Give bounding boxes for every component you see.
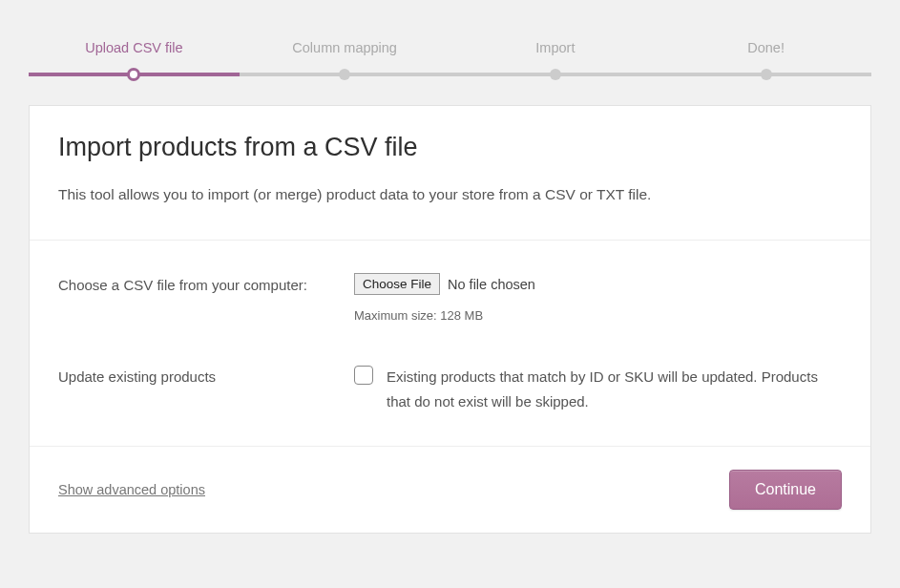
continue-button[interactable]: Continue [729,470,842,510]
update-label: Update existing products [58,365,354,413]
progress-dot-2 [339,69,350,80]
update-description: Existing products that match by ID or SK… [387,365,842,413]
progress-dot-3 [550,69,561,80]
file-row: Choose a CSV file from your computer: Ch… [58,252,842,344]
step-upload-csv: Upload CSV file [29,40,240,55]
update-existing-checkbox[interactable] [354,366,373,385]
step-done: Done! [660,40,871,55]
progress-track [29,73,871,76]
file-size-hint: Maximum size: 128 MB [354,308,842,323]
progress-stepper: Upload CSV file Column mapping Import Do… [29,0,871,76]
step-column-mapping: Column mapping [240,40,450,55]
import-card: Import products from a CSV file This too… [29,105,871,534]
file-label: Choose a CSV file from your computer: [58,273,354,323]
progress-dot-4 [761,69,772,80]
choose-file-button[interactable]: Choose File [354,273,440,295]
card-body: Choose a CSV file from your computer: Ch… [30,240,870,446]
progress-dot-1 [130,71,137,78]
file-status: No file chosen [448,277,535,292]
show-advanced-options-link[interactable]: Show advanced options [58,482,205,497]
step-import: Import [450,40,661,55]
card-header: Import products from a CSV file This too… [30,106,870,240]
update-row: Update existing products Existing produc… [58,344,842,434]
card-footer: Show advanced options Continue [30,446,870,533]
page-title: Import products from a CSV file [58,133,842,162]
page-description: This tool allows you to import (or merge… [58,183,842,205]
